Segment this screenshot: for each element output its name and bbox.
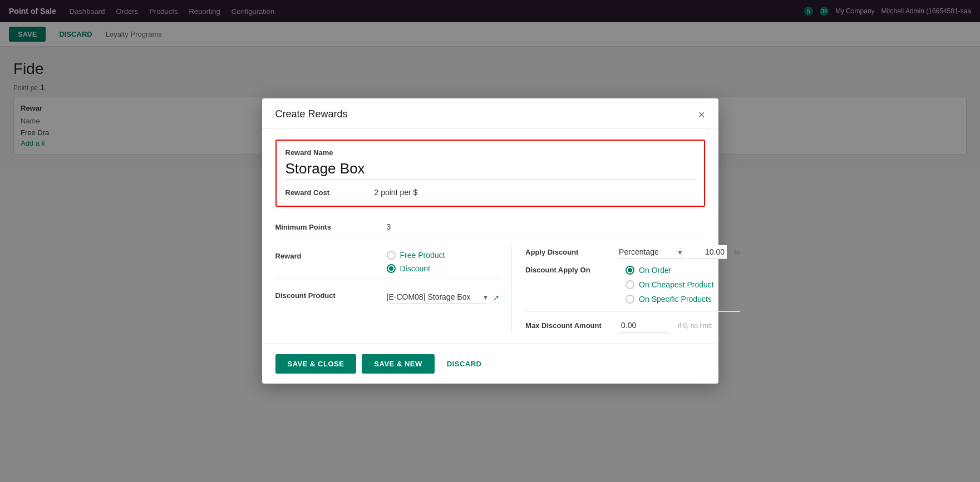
external-link-icon[interactable]: ➚ [493,293,500,302]
radio-on-specific-circle [626,295,634,304]
apply-discount-value-input[interactable] [688,245,727,259]
percent-sign: % [733,248,740,256]
discount-apply-on-label: Discount Apply On [525,266,614,274]
radio-free-product-label: Free Product [400,251,445,260]
radio-discount[interactable]: Discount [387,264,430,273]
modal-header: Create Rewards × [262,98,718,128]
modal-body: Reward Name Reward Cost 2 point per $ Mi… [262,128,718,344]
apply-discount-label: Apply Discount [525,248,614,256]
radio-on-specific-label: On Specific Products [639,295,712,304]
max-discount-hint: if 0, no limit [678,322,712,330]
minimum-points-value: 3 [387,222,391,231]
radio-on-order-label: On Order [639,266,671,275]
right-col-inner: Apply Discount Percentage ▼ % [525,245,740,332]
modal-close-button[interactable]: × [698,109,705,120]
minimum-points-row: Minimum Points 3 [275,217,705,237]
discount-product-row: Discount Product [E-COM08] Storage Box ▼… [275,285,501,310]
reward-cost-value: 2 point per $ [375,188,418,197]
discard-button[interactable]: DISCARD [440,354,489,374]
apply-discount-type-select[interactable]: Percentage [619,245,686,259]
radio-on-specific[interactable]: On Specific Products [626,295,714,304]
discount-apply-on-row: Discount Apply On On Order On Cheapest P… [525,266,740,304]
reward-cost-label: Reward Cost [285,188,375,197]
discount-product-select[interactable]: [E-COM08] Storage Box [387,290,487,304]
left-column: Reward Free Product Discount [275,245,512,332]
modal-footer: SAVE & CLOSE SAVE & NEW DISCARD [262,344,718,384]
two-col-section: Reward Free Product Discount [275,245,705,332]
radio-on-cheapest-circle [626,280,634,289]
minimum-points-label: Minimum Points [275,223,387,231]
radio-free-product-circle [387,251,396,260]
max-discount-input[interactable] [619,319,669,332]
reward-name-label: Reward Name [285,148,695,157]
apply-discount-type-wrapper: Percentage ▼ [619,245,683,259]
max-discount-label: Max Discount Amount [525,321,614,330]
max-discount-row: Max Discount Amount if 0, no limit [525,311,740,332]
radio-on-cheapest-label: On Cheapest Product [639,280,714,289]
modal-create-rewards: Create Rewards × Reward Name Reward Cost… [262,98,718,384]
discount-product-label: Discount Product [275,290,387,300]
apply-discount-row: Apply Discount Percentage ▼ % [525,245,740,259]
radio-discount-label: Discount [400,264,430,273]
reward-name-section: Reward Name Reward Cost 2 point per $ [275,140,705,207]
radio-free-product[interactable]: Free Product [387,251,445,260]
discount-product-select-wrapper: [E-COM08] Storage Box ▼ ➚ [387,290,500,304]
radio-on-order[interactable]: On Order [626,266,714,275]
right-column: Apply Discount Percentage ▼ % [511,245,740,332]
reward-label: Reward [275,251,387,260]
modal-title: Create Rewards [275,108,348,120]
modal-overlay: Create Rewards × Reward Name Reward Cost… [0,0,980,482]
radio-on-cheapest[interactable]: On Cheapest Product [626,280,714,289]
reward-row-section: Reward Free Product Discount [275,245,501,279]
discount-apply-on-options: On Order On Cheapest Product On Specific… [626,266,714,304]
reward-cost-row: Reward Cost 2 point per $ [285,188,695,197]
save-new-button[interactable]: SAVE & NEW [362,354,434,374]
radio-discount-circle [387,264,396,273]
save-close-button[interactable]: SAVE & CLOSE [275,354,357,374]
reward-name-input[interactable] [285,160,695,180]
discount-apply-on-section: Discount Apply On On Order On Cheapest P… [525,266,740,304]
radio-on-order-circle [626,266,634,275]
reward-options: Free Product Discount [387,251,501,273]
apply-discount-controls: Percentage ▼ % [619,245,740,259]
